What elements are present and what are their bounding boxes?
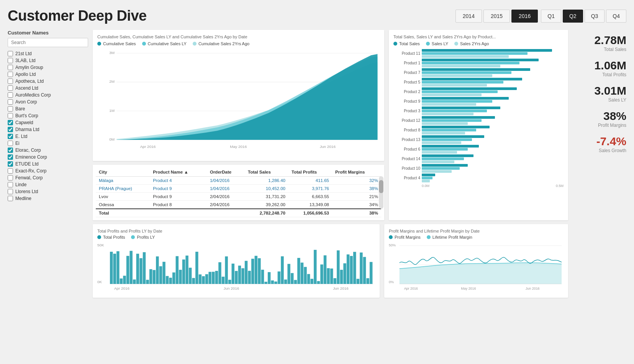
scroll-indicator[interactable] xyxy=(379,176,383,209)
col-date[interactable]: OrderDate xyxy=(207,168,245,177)
sidebar-list-item[interactable]: AuroMedics Corp xyxy=(8,92,88,98)
sidebar-list-item[interactable]: Fenwal, Corp xyxy=(8,174,88,181)
profit-bar xyxy=(208,272,211,284)
product-bar-row: Product 12 xyxy=(393,116,564,125)
q4-button[interactable]: Q4 xyxy=(606,10,626,23)
profit-bar xyxy=(126,256,129,284)
sidebar-list-item[interactable]: Burt's Corp xyxy=(8,112,88,119)
q3-button[interactable]: Q3 xyxy=(585,10,605,23)
profit-bar xyxy=(281,256,283,284)
customer-label: Elorac, Corp xyxy=(15,148,41,153)
year-2015-button[interactable]: 2015 xyxy=(483,10,510,23)
cell-profits: 6,663.55 xyxy=(288,193,332,201)
sidebar-list-item[interactable]: Apotheca, Ltd xyxy=(8,78,88,85)
sidebar-list-item[interactable]: ETUDE Ltd xyxy=(8,161,88,167)
customer-search-input[interactable] xyxy=(8,38,88,47)
col-margin[interactable]: Profit Margins xyxy=(332,168,381,177)
year-2014-button[interactable]: 2014 xyxy=(455,10,482,23)
customer-checkbox[interactable] xyxy=(8,72,13,77)
kpi-sales-ly-value: 3.01M xyxy=(573,84,626,97)
customer-checkbox[interactable] xyxy=(8,141,13,146)
customer-checkbox[interactable] xyxy=(8,182,13,187)
profit-bar xyxy=(261,270,264,284)
customer-checkbox[interactable] xyxy=(8,85,13,91)
customer-checkbox[interactable] xyxy=(8,99,13,105)
sidebar-list-item[interactable]: Amylin Group xyxy=(8,64,88,71)
customer-checkbox[interactable] xyxy=(8,92,13,98)
customer-checkbox[interactable] xyxy=(8,79,13,84)
customer-checkbox[interactable] xyxy=(8,120,13,125)
col-product[interactable]: Product Name ▲ xyxy=(150,168,207,177)
customer-checkbox[interactable] xyxy=(8,189,13,194)
product-bar-row: Product 1 xyxy=(393,59,564,67)
sidebar-list-item[interactable]: Linde xyxy=(8,181,88,188)
svg-text:Apr 2016: Apr 2016 xyxy=(404,287,418,290)
profit-bar xyxy=(271,280,274,284)
col-profits[interactable]: Total Profits xyxy=(288,168,332,177)
area-chart-legend: Cumulative Sales Cumulative Sales LY Cum… xyxy=(97,41,380,46)
legend-dot-lifetime-profit-margin xyxy=(427,235,431,239)
product-bar-segment xyxy=(422,81,503,84)
sidebar-list-item[interactable]: Avon Corp xyxy=(8,98,88,105)
q1-button[interactable]: Q1 xyxy=(541,10,561,23)
sidebar-list-item[interactable]: Medline xyxy=(8,195,88,202)
product-bar-row: Product 2 xyxy=(393,87,564,96)
sidebar-list-item[interactable]: Dharma Ltd xyxy=(8,126,88,133)
sidebar-list-item[interactable]: Apollo Ltd xyxy=(8,71,88,78)
customer-checkbox[interactable] xyxy=(8,127,13,132)
customer-checkbox[interactable] xyxy=(8,154,13,160)
customer-checkbox[interactable] xyxy=(8,196,13,201)
legend-label-profits-ly: Profits LY xyxy=(137,235,155,239)
profit-bar xyxy=(268,272,270,284)
profit-bar xyxy=(133,279,136,284)
customer-checkbox[interactable] xyxy=(8,161,13,167)
q2-button[interactable]: Q2 xyxy=(563,10,583,23)
product-bar-group xyxy=(422,87,517,96)
sidebar-list-item[interactable]: Bare xyxy=(8,105,88,112)
year-2016-button[interactable]: 2016 xyxy=(511,10,538,23)
sidebar-list-item[interactable]: Elorac, Corp xyxy=(8,147,88,154)
product-bar-segment xyxy=(422,62,519,64)
customer-checkbox[interactable] xyxy=(8,168,13,174)
col-sales[interactable]: Total Sales xyxy=(245,168,288,177)
sidebar-list-item[interactable]: Eminence Corp xyxy=(8,154,88,161)
customer-checkbox[interactable] xyxy=(8,51,13,56)
sidebar-list-item[interactable]: Exact-Rx, Corp xyxy=(8,167,88,174)
table-row[interactable]: Lvov Product 9 2/04/2016 31,731.20 6,663… xyxy=(96,193,381,201)
customer-label: Avon Corp xyxy=(15,99,37,105)
product-bar-row: Product 4 xyxy=(393,174,564,182)
sidebar-list-item[interactable]: Ei xyxy=(8,140,88,147)
customer-label: Apollo Ltd xyxy=(15,72,36,77)
customer-checkbox[interactable] xyxy=(8,134,13,139)
sidebar-list-item[interactable]: 21st Ltd xyxy=(8,50,88,57)
sidebar-list-item[interactable]: Llorens Ltd xyxy=(8,188,88,195)
profit-bar xyxy=(129,251,132,284)
customer-checkbox[interactable] xyxy=(8,113,13,118)
product-bar-row: Product 10 xyxy=(393,164,564,173)
svg-text:Jun 2016: Jun 2016 xyxy=(526,287,540,290)
customer-checkbox[interactable] xyxy=(8,58,13,63)
sidebar-list-item[interactable]: Capweld xyxy=(8,119,88,126)
table-row[interactable]: PRAHA (Prague) Product 9 1/04/2016 10,45… xyxy=(96,185,381,193)
svg-text:3M: 3M xyxy=(109,51,115,55)
svg-text:1M: 1M xyxy=(109,108,115,113)
customer-checkbox[interactable] xyxy=(8,175,13,180)
sidebar-list-item[interactable]: 3LAB, Ltd xyxy=(8,57,88,64)
customer-checkbox[interactable] xyxy=(8,148,13,153)
sidebar-list-item[interactable]: E. Ltd xyxy=(8,133,88,140)
cell-city: Lvov xyxy=(96,193,150,201)
customer-checkbox[interactable] xyxy=(8,65,13,70)
legend-dot-cumulative-sales xyxy=(97,42,101,46)
table-row[interactable]: Málaga Product 4 1/04/2016 1,286.40 411.… xyxy=(96,177,381,185)
table-row[interactable]: Odessa Product 8 2/04/2016 39,262.00 13,… xyxy=(96,201,381,209)
scroll-thumb xyxy=(379,180,383,193)
profit-bar xyxy=(287,264,290,284)
product-bar-segment xyxy=(422,100,492,103)
customer-checkbox[interactable] xyxy=(8,106,13,111)
kpi-column: 2.78M Total Sales 1.06M Total Profits 3.… xyxy=(573,30,626,220)
profit-bar xyxy=(241,268,244,284)
sidebar-list-item[interactable]: Ascend Ltd xyxy=(8,85,88,92)
page: Customer Deep Dive 2014 2015 2016 Q1 Q2 … xyxy=(0,0,634,364)
total-profits: 1,056,696.53 xyxy=(288,209,332,217)
col-city[interactable]: City xyxy=(96,168,150,177)
